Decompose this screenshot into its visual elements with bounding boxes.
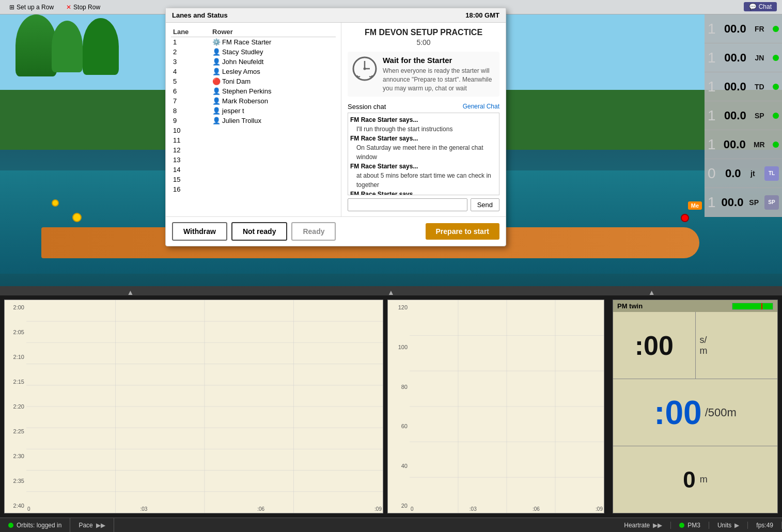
orbits-label: Orbits: logged in [17, 522, 61, 529]
pace-graph: 2:002:052:102:152:202:252:302:352:40 [4, 300, 383, 513]
chat-sender: FM Race Starter says... [350, 115, 497, 124]
y-label: 2:35 [5, 478, 24, 484]
col-rower: Rower [210, 27, 336, 37]
modal-time: 18:00 GMT [465, 11, 499, 19]
table-row: 5🔴Toni Dam [171, 76, 336, 86]
pm-title: PM twin [617, 302, 643, 310]
y-label: 20 [388, 503, 408, 509]
y-label: 2:25 [5, 428, 24, 434]
pm-red-marker [761, 303, 762, 309]
pm-pace-value: :00 [635, 332, 674, 359]
lanes-modal: Lanes and Status 18:00 GMT Lane Rower 1⚙… [165, 8, 506, 246]
status-right: Heartrate ▶▶ PM3 Units ▶ fps:49 [616, 522, 782, 529]
general-chat-link[interactable]: General Chat [463, 103, 499, 111]
y-label: 2:20 [5, 403, 24, 410]
orbits-dot [8, 523, 13, 528]
y-label: 2:10 [5, 354, 24, 360]
chat-input[interactable] [348, 198, 467, 211]
x-axis-right: 0 :03 :06 :09 [410, 506, 604, 512]
table-row: 8👤jesper t [171, 106, 336, 116]
col-lane: Lane [171, 27, 210, 37]
pm-distance-unit: m [700, 474, 708, 485]
table-row: 14 [171, 165, 336, 175]
status-dot [773, 142, 779, 148]
table-row: 9👤Julien Trollux [171, 116, 336, 126]
pm-distance-value: 0 [683, 467, 695, 493]
pm-split-unit: /500m [705, 406, 737, 419]
table-row: 11 [171, 135, 336, 145]
y-label: 100 [388, 344, 408, 350]
chat-message: On Saturday we meet here in the general … [350, 143, 497, 162]
score-panel: 1 00.0 FR 1 00.0 JN 1 00.0 TD 1 00.0 SP … [705, 14, 782, 217]
chat-sender: FM Race Starter says... [350, 162, 497, 171]
score-row: 1 00.0 TD [705, 72, 782, 101]
status-pm: PM3 [671, 522, 709, 529]
x-axis-left: 0 :03 :06 :09 [26, 506, 383, 512]
modal-title: Lanes and Status [172, 11, 228, 19]
heartrate-label: Heartrate [624, 522, 650, 529]
y-label: 60 [388, 423, 408, 429]
pm-dot [679, 523, 684, 528]
table-row: 12 [171, 145, 336, 155]
y-axis-left: 2:002:052:102:152:202:252:302:352:40 [5, 300, 26, 513]
status-pace: Pace ▶▶ [70, 518, 114, 532]
score-row: 1 00.0 SP [705, 101, 782, 130]
y-label: 40 [388, 463, 408, 469]
lane-list: Lane Rower 1⚙️FM Race Starter2👤Stacy Stu… [166, 23, 341, 216]
score-row: 1 00.0 SP SP [705, 188, 782, 217]
session-time: 5:00 [348, 38, 499, 46]
table-row: 13 [171, 155, 336, 165]
status-dot [773, 26, 779, 32]
table-row: 1⚙️FM Race Starter [171, 37, 336, 48]
send-button[interactable]: Send [471, 198, 499, 211]
sp-badge: SP [764, 195, 779, 210]
pace-label: Pace [79, 522, 92, 529]
heartrate-arrow: ▶▶ [653, 522, 662, 529]
pm-twin-panel: PM twin :00 s/ m :00 /500m 0 m [613, 300, 778, 513]
prepare-button[interactable]: Prepare to start [426, 223, 499, 240]
table-row: 2👤Stacy Studley [171, 47, 336, 57]
stop-icon: ✕ [66, 4, 71, 11]
ready-button[interactable]: Ready [291, 222, 336, 241]
table-row: 4👤Lesley Amos [171, 67, 336, 76]
pm-split-value: :00 [654, 396, 702, 429]
wait-box: Wait for the Starter When everyone is re… [348, 52, 499, 97]
wait-text: When everyone is ready the starter will … [383, 67, 495, 92]
status-dot [773, 113, 779, 119]
heartrate-graph: 12010080604020 0 :03 :06 :09 [387, 300, 604, 513]
y-label: 2:40 [5, 503, 24, 509]
pm-pace-unit-s: s/ [700, 335, 707, 346]
units-label: Units [717, 522, 731, 529]
score-row: 0 0.0 jt TL [705, 159, 782, 188]
table-row: 7👤Mark Roberson [171, 96, 336, 106]
y-label: 2:05 [5, 329, 24, 335]
status-dot [773, 55, 779, 61]
pm-cells: :00 s/ m :00 /500m 0 m [613, 312, 777, 513]
stop-row-button[interactable]: ✕ Stop Row [62, 3, 104, 12]
score-row: 1 00.0 JN [705, 43, 782, 72]
chat-icon: 💬 [749, 3, 757, 10]
graph-content: 0 :03 :06 :09 [26, 300, 383, 513]
chat-message: I'll run through the start instructions [350, 124, 497, 134]
table-row: 10 [171, 126, 336, 135]
y-label: 80 [388, 384, 408, 390]
not-ready-button[interactable]: Not ready [231, 222, 288, 241]
modal-footer: Withdraw Not ready Ready Prepare to star… [166, 216, 506, 246]
table-icon: ⊞ [9, 4, 14, 11]
score-row: 1 00.0 FR [705, 14, 782, 43]
chat-label: Session chat [348, 103, 386, 111]
y-label: 2:15 [5, 379, 24, 385]
pm-pace-unit-cell: s/ m [696, 312, 778, 379]
chat-top-button[interactable]: 💬 Chat [744, 2, 777, 11]
bottom-panel: 2:002:052:102:152:202:252:302:352:40 [0, 295, 782, 518]
pm-distance-cell: 0 m [613, 446, 777, 513]
clock-icon [352, 56, 378, 86]
table-row: 6👤Stephen Perkins [171, 86, 336, 96]
withdraw-button[interactable]: Withdraw [172, 222, 227, 241]
modal-header: Lanes and Status 18:00 GMT [166, 8, 506, 23]
status-heartrate: Heartrate ▶▶ [616, 522, 671, 529]
chat-sender: FM Race Starter says... [350, 190, 497, 195]
y-label: 120 [388, 304, 408, 310]
setup-row-button[interactable]: ⊞ Set up a Row [5, 3, 58, 12]
chat-message: at about 5 mins before start time we can… [350, 171, 497, 190]
